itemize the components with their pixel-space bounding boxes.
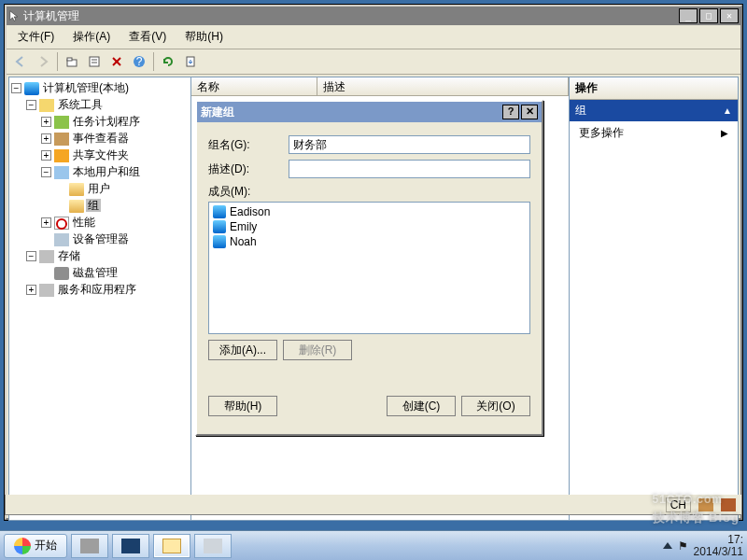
actions-more[interactable]: 更多操作 ▶ <box>570 121 738 145</box>
perf-icon <box>54 217 69 230</box>
forward-button[interactable] <box>33 51 53 72</box>
folder-icon <box>69 200 84 213</box>
minimize-button[interactable]: _ <box>679 8 698 23</box>
tree-diskmgmt[interactable]: 磁盘管理 <box>71 266 120 279</box>
svg-text:?: ? <box>136 55 143 68</box>
tray-flag-icon[interactable]: ⚑ <box>678 539 688 553</box>
up-button[interactable] <box>62 51 82 72</box>
back-button[interactable] <box>10 51 31 72</box>
task-explorer[interactable] <box>153 534 190 558</box>
share-icon <box>54 149 69 162</box>
task-powershell[interactable] <box>112 534 149 558</box>
maximize-button[interactable]: □ <box>699 8 718 23</box>
col-desc[interactable]: 描述 <box>317 77 569 95</box>
members-list[interactable]: Eadison Emily Noah <box>208 202 530 334</box>
nav-tree[interactable]: −计算机管理(本地) −系统工具 +任务计划程序 +事件查看器 +共享文件夹 −… <box>11 79 189 298</box>
chevron-right-icon: ▶ <box>721 128 728 138</box>
member-item[interactable]: Noah <box>211 234 528 249</box>
menu-help[interactable]: 帮助(H) <box>177 27 231 47</box>
tree-storage[interactable]: 存储 <box>56 249 82 262</box>
remove-button[interactable]: 删除(R) <box>283 340 352 360</box>
members-label: 成员(M): <box>208 184 530 200</box>
task-icon <box>54 116 69 129</box>
tree-localusers[interactable]: 本地用户和组 <box>71 165 142 178</box>
dialog-titlebar[interactable]: 新建组 ? ✕ <box>197 102 542 122</box>
tree-services[interactable]: 服务和应用程序 <box>56 283 138 296</box>
tree-pane[interactable]: −计算机管理(本地) −系统工具 +任务计划程序 +事件查看器 +共享文件夹 −… <box>9 77 191 520</box>
create-button[interactable]: 创建(C) <box>387 396 456 416</box>
description-label: 描述(D): <box>208 161 289 177</box>
group-name-input[interactable] <box>289 135 530 154</box>
close-button[interactable]: ✕ <box>720 8 739 23</box>
tree-devmgr[interactable]: 设备管理器 <box>71 232 131 245</box>
taskbar[interactable]: 开始 ⚑ 17: 2014/3/11 <box>0 530 747 560</box>
server-icon <box>80 539 99 553</box>
ime-icon-2[interactable] <box>721 498 736 511</box>
new-group-dialog[interactable]: 新建组 ? ✕ 组名(G): 描述(D): 成员(M): Eadison Emi… <box>195 100 543 436</box>
task-compmgmt[interactable] <box>194 534 232 558</box>
svg-rect-1 <box>67 58 72 61</box>
dialog-close-button[interactable]: ✕ <box>521 105 538 119</box>
description-input[interactable] <box>289 160 530 178</box>
svg-rect-2 <box>90 57 99 66</box>
explorer-icon <box>162 539 181 553</box>
tree-perf[interactable]: 性能 <box>71 216 97 229</box>
delete-button[interactable] <box>106 51 127 72</box>
menubar: 文件(F) 操作(A) 查看(V) 帮助(H) <box>7 25 740 49</box>
users-icon <box>54 166 69 179</box>
start-label: 开始 <box>35 538 57 553</box>
help-button[interactable]: 帮助(H) <box>208 396 277 416</box>
system-tray[interactable]: ⚑ 17: 2014/3/11 <box>663 534 743 558</box>
user-icon <box>213 220 226 233</box>
computer-icon <box>24 82 39 95</box>
tree-root[interactable]: 计算机管理(本地) <box>41 81 131 94</box>
menu-action[interactable]: 操作(A) <box>65 27 118 47</box>
window-title: 计算机管理 <box>23 8 679 24</box>
statusbar: CH <box>5 495 742 515</box>
tree-groups[interactable]: 组 <box>86 199 101 212</box>
refresh-button[interactable] <box>158 51 178 72</box>
menu-view[interactable]: 查看(V) <box>121 27 174 47</box>
group-name-label: 组名(G): <box>208 137 289 153</box>
mgmt-icon <box>204 539 222 553</box>
member-item[interactable]: Eadison <box>211 204 528 219</box>
help-button[interactable]: ? <box>129 51 149 72</box>
storage-icon <box>39 250 54 263</box>
export-button[interactable] <box>180 51 201 72</box>
actions-title: 操作 <box>570 77 738 100</box>
tools-icon <box>39 99 54 112</box>
folder-icon <box>69 183 84 196</box>
task-server-manager[interactable] <box>71 534 108 558</box>
toolbar: ? <box>7 49 740 75</box>
actions-pane: 操作 组 ▲ 更多操作 ▶ <box>570 77 738 520</box>
powershell-icon <box>121 539 140 553</box>
service-icon <box>39 284 54 297</box>
clock[interactable]: 17: 2014/3/11 <box>694 534 743 558</box>
add-button[interactable]: 添加(A)... <box>208 340 277 360</box>
menu-file[interactable]: 文件(F) <box>10 27 62 47</box>
event-icon <box>54 133 69 146</box>
user-icon <box>213 205 226 218</box>
member-item[interactable]: Emily <box>211 219 528 234</box>
col-name[interactable]: 名称 <box>191 77 317 95</box>
tray-expand-icon[interactable] <box>663 542 672 549</box>
props-button[interactable] <box>84 51 105 72</box>
actions-group[interactable]: 组 ▲ <box>570 100 738 121</box>
tree-users[interactable]: 用户 <box>86 182 112 195</box>
tree-task[interactable]: 任务计划程序 <box>71 115 142 128</box>
user-icon <box>213 235 226 248</box>
titlebar[interactable]: 计算机管理 _ □ ✕ <box>7 7 740 25</box>
ime-icon[interactable] <box>698 498 713 511</box>
dialog-help-button[interactable]: ? <box>502 105 519 119</box>
device-icon <box>54 233 69 246</box>
windows-orb-icon <box>14 538 31 554</box>
ime-indicator[interactable]: CH <box>666 497 691 512</box>
tree-systools[interactable]: 系统工具 <box>56 98 105 111</box>
cursor-icon <box>8 9 21 22</box>
tree-share[interactable]: 共享文件夹 <box>71 148 131 161</box>
close-button[interactable]: 关闭(O) <box>461 396 530 416</box>
disk-icon <box>54 267 69 280</box>
collapse-icon: ▲ <box>723 105 732 116</box>
tree-event[interactable]: 事件查看器 <box>71 132 131 145</box>
start-button[interactable]: 开始 <box>4 534 67 558</box>
